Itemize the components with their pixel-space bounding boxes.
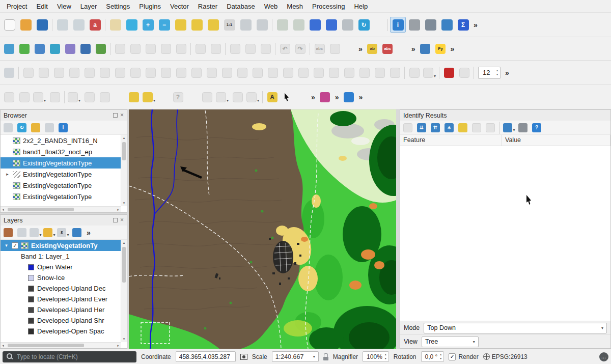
zoom-out-button[interactable]: − [156, 17, 172, 33]
statistical-summary-button[interactable] [406, 17, 422, 33]
layer-item[interactable]: ▾✓ExistingVegetationTy [1, 240, 121, 251]
pan-to-selection-button[interactable] [124, 17, 140, 33]
render-checkbox[interactable]: ✓ [449, 353, 456, 360]
properties-widget-button[interactable]: i [57, 122, 69, 134]
identify-features-button[interactable]: i [390, 17, 406, 33]
menu-help[interactable]: Help [349, 1, 372, 12]
spinner-arrows[interactable]: ▴▾ [496, 69, 498, 76]
spin-up-icon[interactable]: ▴ [440, 353, 441, 357]
scroll-up-icon[interactable]: ▴ [123, 241, 125, 245]
new-map-view-button[interactable] [274, 17, 290, 33]
toolbar-overflow-chevron[interactable]: » [503, 69, 511, 77]
filter-browser-button[interactable] [30, 122, 42, 134]
menu-edit[interactable]: Edit [32, 1, 52, 12]
scroll-down-icon[interactable]: ▾ [123, 201, 125, 205]
select-annotation-button[interactable] [280, 90, 295, 104]
scroll-left-icon[interactable]: ◂ [2, 344, 4, 348]
expand-tree-button[interactable]: ⇊ [415, 122, 428, 134]
scroll-right-icon[interactable]: ▸ [117, 344, 119, 348]
filter-legend-button[interactable]: ▾ [43, 227, 55, 239]
menu-vector[interactable]: Vector [165, 1, 193, 12]
pan-map-button[interactable] [107, 17, 123, 33]
zoom-to-selection-button[interactable] [189, 17, 205, 33]
add-virtual-layer-button[interactable] [93, 41, 108, 56]
new-project-button[interactable] [2, 17, 17, 33]
clear-results-button[interactable] [457, 122, 469, 134]
rotation-spinbox[interactable]: 0,0 ° ▴ ▾ [421, 351, 445, 362]
identify-settings-button[interactable] [517, 122, 529, 134]
db-manager-button[interactable] [318, 90, 332, 104]
toolbar-overflow-chevron[interactable]: » [357, 93, 365, 101]
menu-view[interactable]: View [52, 1, 76, 12]
spinner-arrows[interactable]: ▴ ▾ [385, 353, 386, 360]
spin-up-icon[interactable]: ▴ [385, 353, 386, 357]
toolbar-overflow-chevron[interactable]: » [356, 45, 365, 53]
spin-down-icon[interactable]: ▾ [440, 357, 441, 361]
python-console-button[interactable]: Py [433, 41, 448, 56]
scroll-thumb[interactable] [122, 142, 126, 160]
menu-plugins[interactable]: Plugins [134, 1, 165, 12]
lock-scale-icon[interactable] [323, 353, 328, 360]
float-panel-icon[interactable] [113, 113, 118, 118]
save-project-button[interactable] [34, 17, 50, 33]
map-canvas[interactable] [129, 109, 396, 349]
scroll-left-icon[interactable]: ◂ [2, 208, 4, 212]
scroll-thumb[interactable] [122, 247, 126, 283]
show-spatial-bookmarks-button[interactable] [323, 17, 339, 33]
close-panel-icon[interactable]: × [120, 113, 124, 118]
messages-icon[interactable]: … [599, 352, 608, 361]
value-column-header[interactable]: Value [502, 135, 610, 146]
toolbar-overflow-chevron[interactable]: » [409, 45, 418, 53]
new-print-layout-button[interactable] [54, 17, 70, 33]
temporal-controller-button[interactable] [340, 17, 355, 33]
browser-vscroll[interactable]: ▴ ▾ [121, 135, 127, 206]
menu-settings[interactable]: Settings [101, 1, 134, 12]
add-delimited-text-layer-button[interactable] [63, 41, 77, 56]
add-vector-layer-button[interactable] [17, 41, 32, 56]
expander-icon[interactable]: ▸ [5, 172, 10, 177]
add-group-button[interactable] [16, 227, 28, 239]
menu-layer[interactable]: Layer [76, 1, 102, 12]
add-selected-layers-button[interactable] [2, 122, 14, 134]
snapping-options-button[interactable] [441, 65, 456, 80]
options-button[interactable] [423, 17, 438, 33]
scroll-thumb[interactable] [8, 208, 74, 211]
coordinate-field[interactable] [176, 351, 236, 362]
locate-box[interactable] [3, 351, 136, 362]
duplicate-layer-button[interactable] [126, 90, 141, 104]
move-layer-button[interactable]: ▾ [142, 90, 156, 104]
layers-hscroll[interactable]: ◂ ▸ [1, 342, 121, 348]
feature-column-header[interactable]: Feature [400, 135, 502, 146]
zoom-to-layer-button[interactable] [205, 17, 221, 33]
browser-item[interactable]: ExistingVegetationType [1, 191, 121, 202]
collapse-all-button[interactable] [43, 122, 55, 134]
float-panel-icon[interactable] [113, 218, 118, 222]
scroll-right-icon[interactable]: ▸ [117, 208, 119, 212]
refresh-map-button[interactable]: ↻ [356, 17, 372, 33]
filter-by-expression-button[interactable]: ε▾ [57, 227, 69, 239]
browser-item[interactable]: ExistingVegetationType [1, 180, 121, 191]
show-hidden-labels-button[interactable]: abc [380, 41, 395, 56]
manage-map-themes-button[interactable]: ▾ [30, 227, 42, 239]
pin-labels-button[interactable]: ab [365, 41, 380, 56]
scroll-down-icon[interactable]: ▾ [123, 337, 125, 341]
spinner-arrows[interactable]: ▴ ▾ [440, 353, 441, 360]
coordinate-input[interactable] [179, 353, 232, 360]
open-project-button[interactable] [18, 17, 34, 33]
new-spatial-bookmark-button[interactable] [307, 17, 323, 33]
browser-item[interactable]: ▸ExistingVegetationType [1, 169, 121, 180]
metasearch-catalog-button[interactable] [342, 90, 356, 104]
metasearch-button[interactable] [418, 41, 433, 56]
menu-project[interactable]: Project [2, 1, 32, 12]
menu-database[interactable]: Database [222, 1, 260, 12]
processing-toolbox-button[interactable] [439, 17, 455, 33]
extents-icon[interactable] [240, 354, 247, 360]
collapse-tree-button[interactable]: ⇈ [429, 122, 441, 134]
crs-status-button[interactable]: EPSG:26913 [483, 353, 527, 360]
expand-new-results-button[interactable]: ∗ [443, 122, 455, 134]
magnifier-spinbox[interactable]: 100% ▴ ▾ [363, 351, 389, 362]
new-3d-map-view-button[interactable] [291, 17, 307, 33]
close-panel-icon[interactable]: × [120, 218, 124, 222]
zoom-in-button[interactable]: + [140, 17, 156, 33]
zoom-last-button[interactable] [238, 17, 254, 33]
